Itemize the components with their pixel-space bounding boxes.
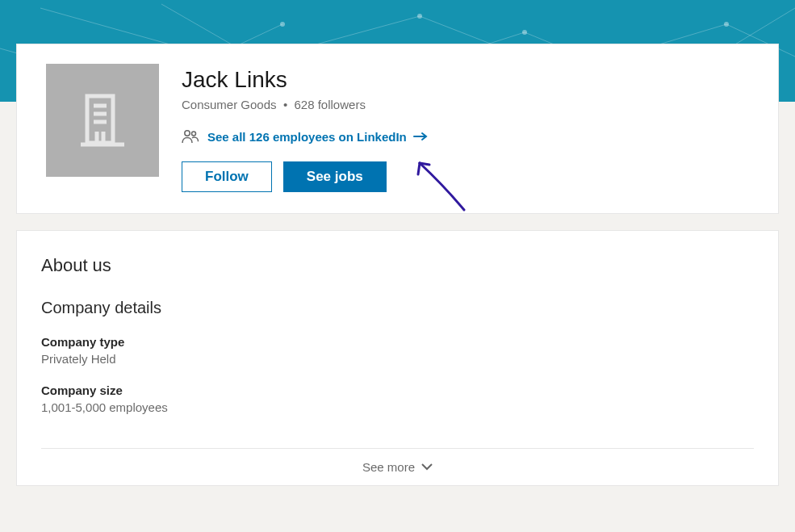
- company-subline: Consumer Goods • 628 followers: [182, 98, 428, 111]
- see-jobs-button[interactable]: See jobs: [283, 161, 387, 192]
- company-type-value: Privately Held: [41, 352, 754, 366]
- company-details-heading: Company details: [41, 299, 754, 317]
- about-heading: About us: [41, 255, 754, 276]
- svg-rect-20: [87, 96, 113, 143]
- company-name: Jack Links: [182, 67, 428, 93]
- company-size-value: 1,001-5,000 employees: [41, 400, 754, 414]
- industry-text: Consumer Goods: [182, 98, 277, 111]
- company-type-field: Company type Privately Held: [41, 335, 754, 366]
- followers-count: 628 followers: [295, 98, 366, 111]
- company-size-field: Company size 1,001-5,000 employees: [41, 383, 754, 414]
- company-size-label: Company size: [41, 383, 754, 397]
- chevron-down-icon: [421, 463, 433, 471]
- company-header-card: Jack Links Consumer Goods • 628 follower…: [16, 44, 779, 214]
- arrow-right-icon: [413, 132, 428, 141]
- see-more-button[interactable]: See more: [41, 448, 754, 485]
- follow-button[interactable]: Follow: [182, 161, 272, 192]
- svg-point-12: [417, 14, 422, 19]
- svg-point-14: [724, 22, 729, 27]
- svg-point-19: [280, 22, 285, 27]
- svg-point-28: [192, 132, 196, 136]
- about-card: About us Company details Company type Pr…: [16, 230, 779, 486]
- company-type-label: Company type: [41, 335, 754, 349]
- company-logo-placeholder: [46, 64, 159, 177]
- see-all-employees-link[interactable]: See all 126 employees on LinkedIn: [207, 130, 428, 144]
- svg-point-27: [185, 131, 190, 136]
- building-icon: [79, 93, 126, 148]
- people-icon: [182, 129, 199, 144]
- svg-point-16: [522, 30, 527, 35]
